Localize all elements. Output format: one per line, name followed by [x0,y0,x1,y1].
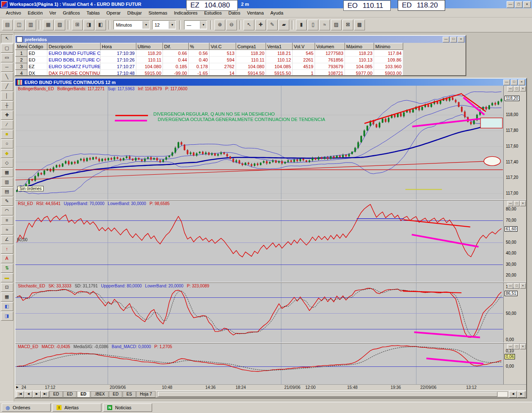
cursor-icon[interactable]: ↖ [244,20,254,30]
column-header-vol-v[interactable]: Vol.V [293,43,315,50]
pointer-tool[interactable]: ↖ [1,34,13,43]
statusbar-ordenes[interactable]: ◎Ordenes [2,403,51,412]
new-table-icon[interactable]: ⊞ [72,20,83,30]
panel-maximize-button[interactable]: □ [514,201,520,206]
bars-type-icon[interactable]: ▯ [308,20,318,30]
arc-tool[interactable]: ◠ [1,206,13,215]
chart-window-title-bar[interactable]: EURO BUND FUTURE CONTINUOUS 12 m —□× [15,79,526,86]
column-header-minimo[interactable]: Mínimo [374,43,403,50]
panel-maximize-button[interactable]: □ [514,283,520,289]
chart-tab-ed-1[interactable]: ED [63,391,76,398]
fibonacci-grid-tool[interactable]: ▦ [1,168,13,177]
line-type-icon[interactable]: ≈ [319,20,330,30]
panel-maximize-button[interactable]: □ [514,344,520,349]
statusbar-alertas[interactable]: !Alertas [52,403,101,412]
menu-edicion[interactable]: Edición [25,9,46,17]
panel-close-button[interactable]: × [520,283,526,289]
list-tool[interactable]: ≡ [1,216,13,225]
rsi-canvas[interactable] [15,200,503,282]
column-header-dif[interactable]: Dif. [163,43,189,50]
price-chart-canvas[interactable] [15,86,503,200]
panel-close-button[interactable]: × [520,201,526,206]
chevron-down-icon[interactable]: ▾ [143,21,149,29]
chevron-down-icon[interactable]: ▾ [169,21,175,29]
diamond-tool[interactable]: ◇ [1,158,13,168]
new-chart-icon[interactable]: ▦ [43,20,54,30]
save-icon[interactable]: ◫ [14,20,25,30]
column-header-codigo[interactable]: Código [27,43,47,50]
column-header-descripcion[interactable]: Descripción [47,43,101,50]
quotes-window-title-bar[interactable]: preferidos —□× [15,36,466,43]
plus-tool[interactable]: ✚ [1,111,13,120]
menu-graficos[interactable]: Gráficos [59,9,83,17]
macd-canvas[interactable] [15,344,503,384]
panel-close-button[interactable]: × [520,344,526,349]
fibonacci-arc-tool[interactable]: ▤ [1,187,13,196]
square-tool[interactable]: ■ [1,130,13,139]
last-tab-button[interactable]: ▶| [41,391,49,398]
diamond-fill-tool[interactable]: ◆ [1,149,13,158]
quote-row-ez[interactable]: 3EZEURO SCHATZ FUTURE17:10:27104.0800.18… [16,63,403,70]
quotes-window-close-button[interactable]: × [458,37,464,42]
price-axis[interactable]: 118,00117,80117,60117,40117,20117,00118,… [503,86,526,200]
crosshair-icon[interactable]: ✚ [255,20,266,30]
menu-ventana[interactable]: Ventana [244,9,267,17]
menu-dibujar[interactable]: Dibujar [124,9,145,17]
column-header-compra1[interactable]: Compra1 [236,43,266,50]
menu-tablas[interactable]: Tablas [83,9,103,17]
chart-settings-icon[interactable]: ▩ [354,20,365,30]
scrollbar-thumb[interactable] [158,392,497,397]
quotes-window-minimize-button[interactable]: — [443,37,449,42]
bars-tool[interactable]: ▬ [1,273,13,282]
stochastic-canvas[interactable] [15,283,503,343]
quote-overlay-ez[interactable]: EZ 104.080 [186,0,238,11]
window-title-bar[interactable]: Workspace1(Página 1) : Visual Chart 4 - … [0,0,532,8]
zoom-box-tool[interactable]: ⊡ [1,283,13,292]
chart-tab-ed-2[interactable]: ED [77,391,90,398]
chevron-down-icon[interactable]: ▾ [200,21,207,29]
candles-type-icon[interactable]: ▮ [296,20,307,30]
column-header-ultimo[interactable]: Ultimo [136,43,163,50]
prev-tab-button[interactable]: ◀ [25,391,32,398]
panel-minimize-button[interactable]: — [507,201,513,206]
quote-row-dx[interactable]: 4DXDAX FUTURE CONTINUO17:10:485915.00-99… [16,70,403,77]
area-type-icon[interactable]: ▨ [331,20,342,30]
pencil-tool[interactable]: ✎ [1,197,13,206]
fibonacci-fan-tool[interactable]: ▥ [1,178,13,187]
compress-icon[interactable]: ⊠ [342,20,353,30]
column-header-hora[interactable]: Hora [101,43,136,50]
rsi-axis[interactable]: 80,0070,0050,0040,0030,0020,0061,60—□× [503,200,526,282]
pencil-icon[interactable]: ✎ [267,20,278,30]
panel-a-tool[interactable]: ◧ [1,302,13,311]
text-tool[interactable]: A [1,254,13,263]
circle-tool[interactable]: ○ [1,139,13,148]
menu-operar[interactable]: Operar [103,9,124,17]
uptrend-line-tool[interactable]: ╱ [1,82,13,91]
column-header-menu[interactable]: Menú [16,43,27,50]
hline-tool[interactable]: ─ [1,63,13,72]
stochastic-axis[interactable]: 100,0050,000,0086,51—□× [503,283,526,343]
next-tab-button[interactable]: ▶ [33,391,41,398]
menu-ayuda[interactable]: Ayuda [267,9,287,17]
quotes-window-button[interactable]: ◨ [84,20,94,30]
horizontal-scrollbar[interactable] [157,391,508,397]
highlighter-icon[interactable]: ▰ [278,20,289,30]
scroll-right-button[interactable]: ▶ [517,391,525,398]
window-close-button[interactable]: × [523,1,531,8]
panel-close-button[interactable]: × [520,86,526,92]
panel-minimize-button[interactable]: — [507,86,513,92]
swap-arrows-tool[interactable]: ⇅ [1,264,13,273]
small-grid-tool[interactable]: ▦ [1,292,13,302]
period-value-combo[interactable]: 12▾ [152,20,176,30]
time-axis[interactable]: ▶ 2417:1220/09/0610:4814:3618:2421/09/06… [15,384,526,390]
panel-minimize-button[interactable]: — [507,283,513,289]
chart-window-maximize-button[interactable]: □ [511,79,517,85]
quote-overlay-eo[interactable]: EO 110.11 [343,0,391,11]
line-style-combo[interactable]: —▾ [184,20,207,30]
chart-tab-ibex-3[interactable]: .IBEX [91,391,109,398]
chart-window-minimize-button[interactable]: — [503,79,510,85]
chart-gallery-icon[interactable]: ▧ [54,20,65,30]
ray-tool[interactable]: ∕ [1,120,13,129]
chart-tab-hoja-7-6[interactable]: Hoja 7 [136,391,156,398]
depth-window-button[interactable]: ◧ [95,20,106,30]
